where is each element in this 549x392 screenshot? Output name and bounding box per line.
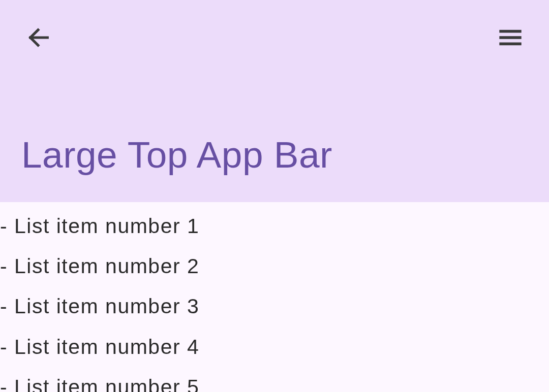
app-bar-title: Large Top App Bar — [21, 134, 332, 176]
arrow-back-icon — [25, 24, 52, 53]
list-item: - List item number 1 — [0, 206, 549, 246]
menu-button[interactable] — [496, 24, 525, 53]
list-item: - List item number 3 — [0, 286, 549, 326]
app-bar-actions — [0, 0, 549, 53]
list-item: - List item number 5 — [0, 367, 549, 392]
svg-rect-1 — [499, 30, 521, 33]
large-top-app-bar: Large Top App Bar — [0, 0, 549, 202]
svg-rect-2 — [499, 36, 521, 39]
content-list: - List item number 1 - List item number … — [0, 202, 549, 392]
menu-icon — [497, 24, 524, 53]
svg-rect-3 — [499, 43, 521, 46]
back-button[interactable] — [24, 24, 53, 53]
list-item: - List item number 4 — [0, 327, 549, 367]
list-item: - List item number 2 — [0, 246, 549, 286]
